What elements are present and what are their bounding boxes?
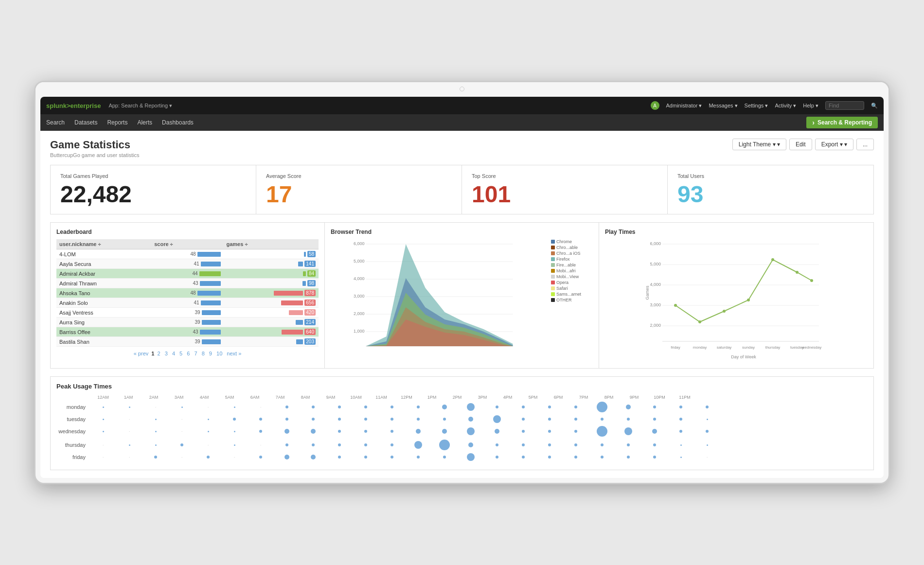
find-input[interactable] [825,101,864,110]
cell-name: 4-LOM [56,249,151,259]
bubble-dot [284,429,289,434]
bubble-cell [511,430,536,433]
browser-legend: ChromeChro...ableChro...a iOSFirefoxFire… [549,239,593,353]
messages-menu[interactable]: Messages ▾ [709,103,737,109]
bubble-day-row: thursday··· [56,440,868,450]
page-10[interactable]: 10 [216,351,222,356]
nav-datasets[interactable]: Datasets [74,115,97,130]
admin-menu[interactable]: Administrator ▾ [666,103,702,109]
legend-item: Safari [551,286,593,291]
bubble-cell [642,406,667,408]
bubble-cell [484,443,510,446]
edit-button[interactable]: Edit [789,139,812,150]
bubble-cell [589,402,615,412]
page-8[interactable]: 8 [202,351,205,356]
bubble-cell: · [90,455,116,459]
legend-item: Sams...arnet [551,292,593,297]
browser-trend-title: Browser Trend [331,229,593,235]
bubble-cell: · [694,455,720,459]
splunk-logo[interactable]: splunk>enterprise [46,102,101,109]
device-camera [460,87,464,91]
bubble-dot [103,406,104,408]
col-nickname[interactable]: user.nickname ÷ [56,239,151,249]
prev-page[interactable]: « prev [134,351,149,356]
title-area: Game Statistics ButtercupGo game and use… [50,139,732,158]
bubble-cell [694,419,720,420]
bubble-dot [522,456,525,459]
page-2[interactable]: 2 [158,351,160,356]
bubble-cell [511,406,536,408]
bubble-dot [680,457,682,458]
page-7[interactable]: 7 [194,351,197,356]
page-9[interactable]: 9 [209,351,212,356]
nav-reports[interactable]: Reports [107,115,127,130]
hour-header: 1PM [419,395,444,400]
svg-text:Day of Week: Day of Week [731,354,756,359]
bubble-dot [493,415,501,423]
page-5[interactable]: 5 [179,351,182,356]
cell-name: Bastila Shan [56,337,151,347]
svg-text:January: January [462,350,476,351]
bubble-cell [327,406,352,408]
nav-dashboards[interactable]: Dashboards [162,115,194,130]
bubble-cell [143,419,168,420]
theme-button[interactable]: Light Theme ▾ [732,139,786,150]
svg-text:5,000: 5,000 [354,259,365,264]
bubble-dot [364,418,367,421]
bubble-dot [707,444,708,446]
bubble-dot [707,419,708,420]
activity-menu[interactable]: Activity ▾ [775,103,796,109]
help-menu[interactable]: Help ▾ [803,103,818,109]
bubble-cell [668,430,693,433]
settings-menu[interactable]: Settings ▾ [745,103,768,109]
bubble-cell [248,456,273,459]
bubble-cell [274,455,300,459]
table-row: Admiral Ackbar 44 84 [56,269,319,279]
bubble-cell [537,418,562,421]
bubble-cell [353,418,378,421]
brand-arrow: › [812,119,815,126]
bubble-dot [417,406,420,408]
legend-item: Fire...able [551,263,593,267]
hour-header: 6PM [546,395,571,400]
stat-label-1: Average Score [266,173,452,179]
bubble-cell: · [222,455,247,459]
bubble-cell [458,427,483,435]
bubble-dot [338,443,341,446]
bubble-dot [574,406,577,408]
bubble-dot [338,430,341,433]
bubble-cells: ·· [90,426,720,437]
cell-games: 84 [224,269,319,279]
bubble-dot [208,419,209,420]
export-button[interactable]: Export ▾ [815,139,853,150]
app-label[interactable]: App: Search & Reporting ▾ [108,103,172,109]
bubble-cell [668,444,693,446]
bubble-cell [432,456,457,459]
bubble-cell [432,429,457,434]
next-page[interactable]: next » [227,351,241,356]
bubble-dot [391,418,393,421]
play-times-svg: 6,000 5,000 4,000 3,000 2,000 Games [605,239,868,361]
svg-text:monday: monday [693,345,707,350]
bubble-cell [406,418,431,421]
cell-games: 98 [224,279,319,288]
current-page[interactable]: 1 [151,351,154,356]
hour-header: 2PM [444,395,470,400]
bubble-cell [406,441,431,449]
nav-search[interactable]: Search [46,115,65,130]
page-6[interactable]: 6 [187,351,190,356]
play-times-title: Play Times [605,229,868,235]
col-score[interactable]: score ÷ [151,239,223,249]
svg-text:September: September [372,350,391,351]
page-3[interactable]: 3 [165,351,168,356]
bubble-chart: 12AM1AM2AM3AM4AM5AM6AM7AM8AM9AM10AM11AM1… [56,395,868,464]
page-4[interactable]: 4 [172,351,175,356]
brand-button[interactable]: › Search & Reporting [806,117,878,128]
cell-name: Aayla Secura [56,259,151,269]
bubble-cell [301,418,326,421]
more-button[interactable]: ... [856,139,874,150]
search-icon[interactable]: 🔍 [871,103,878,109]
bubble-cell [668,418,693,421]
col-games[interactable]: games ÷ [224,239,319,249]
nav-alerts[interactable]: Alerts [137,115,152,130]
